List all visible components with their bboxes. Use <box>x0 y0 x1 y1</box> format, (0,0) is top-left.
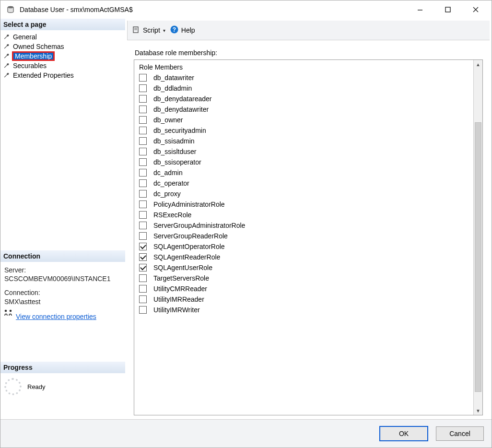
role-name: db_denydatareader <box>153 95 211 103</box>
scroll-down-icon[interactable]: ▼ <box>474 406 482 415</box>
role-row[interactable]: db_ssisoperator <box>134 157 473 167</box>
role-row[interactable]: db_ssisltduser <box>134 146 473 157</box>
role-row[interactable]: db_securityadmin <box>134 125 473 136</box>
role-row[interactable]: SQLAgentUserRole <box>134 262 473 273</box>
role-row[interactable]: UtilityIMRWriter <box>134 305 473 315</box>
role-checkbox[interactable] <box>139 243 147 250</box>
connection-label: Connection: <box>4 288 121 297</box>
role-row[interactable]: dc_operator <box>134 178 473 189</box>
scroll-up-icon[interactable]: ▲ <box>474 60 482 69</box>
page-item-securables[interactable]: Securables <box>0 61 125 71</box>
svg-rect-2 <box>445 7 450 12</box>
connection-header: Connection <box>0 250 125 262</box>
scroll-thumb[interactable] <box>475 122 481 392</box>
maximize-button[interactable] <box>434 0 462 19</box>
connection-properties-icon <box>4 309 12 318</box>
role-row[interactable]: UtilityCMRReader <box>134 283 473 294</box>
script-dropdown[interactable]: Script ▾ <box>132 26 165 35</box>
role-row[interactable]: TargetServersRole <box>134 273 473 283</box>
role-row[interactable]: db_denydatawriter <box>134 104 473 115</box>
progress-status-text: Ready <box>27 383 46 390</box>
role-membership-label: Database role membership: <box>135 49 483 57</box>
help-button[interactable]: ? Help <box>170 25 195 35</box>
role-row[interactable]: ServerGroupAdministratorRole <box>134 220 473 231</box>
role-checkbox[interactable] <box>139 148 147 155</box>
role-row[interactable]: UtilityIMRReader <box>134 294 473 305</box>
script-label: Script <box>143 26 160 34</box>
role-row[interactable]: ServerGroupReaderRole <box>134 231 473 241</box>
role-checkbox[interactable] <box>139 137 147 145</box>
role-checkbox[interactable] <box>139 158 147 166</box>
role-checkbox[interactable] <box>139 200 147 208</box>
role-name: db_ddladmin <box>153 84 192 92</box>
role-row[interactable]: db_datawriter <box>134 72 473 83</box>
window-title: Database User - smx\momActGMSA$ <box>20 6 133 13</box>
dialog-footer: OK Cancel <box>0 419 492 448</box>
role-row[interactable]: db_ddladmin <box>134 83 473 94</box>
role-name: UtilityIMRWriter <box>153 306 200 314</box>
role-name: TargetServersRole <box>153 274 209 282</box>
role-checkbox[interactable] <box>139 95 147 103</box>
cancel-button[interactable]: Cancel <box>436 426 484 441</box>
role-checkbox[interactable] <box>139 253 147 261</box>
role-checkbox[interactable] <box>139 116 147 124</box>
role-name: ServerGroupReaderRole <box>153 232 228 240</box>
role-name: PolicyAdministratorRole <box>153 200 225 208</box>
role-checkbox[interactable] <box>139 264 147 271</box>
role-row[interactable]: RSExecRole <box>134 210 473 220</box>
left-panel: Select a page GeneralOwned SchemasMember… <box>0 19 125 419</box>
role-checkbox[interactable] <box>139 295 147 303</box>
progress-status-area: Ready <box>0 373 125 400</box>
role-name: RSExecRole <box>153 211 191 219</box>
role-checkbox[interactable] <box>139 127 147 134</box>
svg-point-5 <box>5 310 7 312</box>
role-name: dc_proxy <box>153 190 181 198</box>
role-row[interactable]: SQLAgentOperatorRole <box>134 241 473 252</box>
role-name: SQLAgentUserRole <box>153 264 212 271</box>
view-connection-properties-link[interactable]: View connection properties <box>16 312 96 321</box>
role-membership-box: Role Members db_datawriterdb_ddladmindb_… <box>134 59 483 415</box>
server-value: SCSCOMBEVM00069\INSTANCE1 <box>4 274 121 283</box>
role-checkbox[interactable] <box>139 190 147 198</box>
page-item-label: Owned Schemas <box>13 43 64 50</box>
role-checkbox[interactable] <box>139 232 147 240</box>
page-item-label: Membership <box>13 52 54 60</box>
role-checkbox[interactable] <box>139 222 147 229</box>
ok-button[interactable]: OK <box>379 426 428 441</box>
role-name: SQLAgentReaderRole <box>153 253 220 261</box>
role-row[interactable]: SQLAgentReaderRole <box>134 252 473 262</box>
help-icon: ? <box>170 25 178 35</box>
minimize-button[interactable] <box>406 0 434 19</box>
role-checkbox[interactable] <box>139 211 147 219</box>
right-toolbar: Script ▾ ? Help <box>127 21 490 40</box>
title-bar: Database User - smx\momActGMSA$ <box>0 0 492 19</box>
role-row[interactable]: db_owner <box>134 115 473 125</box>
role-checkbox[interactable] <box>139 74 147 82</box>
page-item-general[interactable]: General <box>0 32 125 42</box>
page-item-membership[interactable]: Membership <box>0 51 125 61</box>
role-name: SQLAgentOperatorRole <box>153 243 225 250</box>
role-list-scrollbar[interactable]: ▲ ▼ <box>473 60 482 415</box>
role-checkbox[interactable] <box>139 285 147 293</box>
role-row[interactable]: dc_proxy <box>134 189 473 199</box>
role-name: dc_admin <box>153 169 183 177</box>
role-row[interactable]: db_ssisadmin <box>134 136 473 146</box>
role-name: db_datawriter <box>153 74 194 82</box>
close-button[interactable] <box>462 0 490 19</box>
role-checkbox[interactable] <box>139 274 147 282</box>
role-list: Role Members db_datawriterdb_ddladmindb_… <box>134 60 473 415</box>
role-checkbox[interactable] <box>139 169 147 177</box>
page-item-extended-properties[interactable]: Extended Properties <box>0 71 125 80</box>
role-checkbox[interactable] <box>139 306 147 314</box>
page-item-owned-schemas[interactable]: Owned Schemas <box>0 42 125 51</box>
role-row[interactable]: db_denydatareader <box>134 94 473 104</box>
role-name: db_owner <box>153 116 183 124</box>
connection-value: SMX\asttest <box>4 297 121 307</box>
role-row[interactable]: PolicyAdministratorRole <box>134 199 473 210</box>
role-row[interactable]: dc_admin <box>134 167 473 178</box>
role-checkbox[interactable] <box>139 84 147 92</box>
role-checkbox[interactable] <box>139 179 147 187</box>
role-checkbox[interactable] <box>139 106 147 113</box>
chevron-down-icon: ▾ <box>163 28 165 33</box>
role-name: dc_operator <box>153 179 189 187</box>
